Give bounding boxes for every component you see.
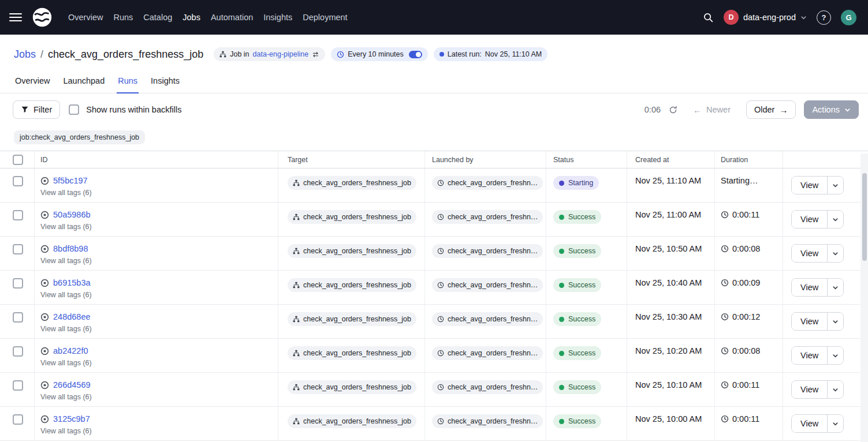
nav-item-runs[interactable]: Runs: [113, 13, 133, 22]
launched-by-badge[interactable]: check_avg_orders_freshn…: [432, 244, 543, 258]
target-badge[interactable]: check_avg_orders_freshness_job: [288, 380, 416, 394]
job-filter-chip[interactable]: job:check_avg_orders_freshness_job: [14, 130, 145, 144]
view-all-tags-link[interactable]: View all tags (6): [40, 359, 92, 367]
tab-insights[interactable]: Insights: [150, 76, 181, 93]
run-id-link[interactable]: 248d68ee: [53, 312, 91, 321]
view-dropdown-button[interactable]: [827, 313, 843, 330]
backfills-checkbox[interactable]: [69, 104, 79, 115]
view-all-tags-link[interactable]: View all tags (6): [40, 223, 92, 231]
view-all-tags-link[interactable]: View all tags (6): [40, 189, 92, 197]
nav-item-automation[interactable]: Automation: [211, 13, 253, 22]
row-checkbox[interactable]: [13, 312, 23, 323]
schedule-badge: Every 10 minutes: [331, 47, 428, 61]
actions-button[interactable]: Actions: [804, 100, 859, 119]
latest-run-time: Nov 25, 11:10 AM: [485, 50, 542, 58]
tab-launchpad[interactable]: Launchpad: [62, 76, 106, 93]
search-icon[interactable]: [703, 12, 714, 23]
view-button[interactable]: View: [792, 245, 827, 262]
view-dropdown-button[interactable]: [827, 347, 843, 364]
launched-by-badge[interactable]: check_avg_orders_freshn…: [432, 346, 543, 360]
duration-clock-icon: [721, 279, 729, 287]
view-all-tags-link[interactable]: View all tags (6): [40, 393, 92, 401]
launched-by-badge[interactable]: check_avg_orders_freshn…: [432, 176, 543, 190]
row-checkbox[interactable]: [13, 380, 23, 391]
nav-item-catalog[interactable]: Catalog: [143, 13, 172, 22]
tab-overview[interactable]: Overview: [14, 76, 51, 93]
launched-by-badge[interactable]: check_avg_orders_freshn…: [432, 380, 543, 394]
run-id-link[interactable]: 50a5986b: [53, 210, 91, 219]
launched-by-badge[interactable]: check_avg_orders_freshn…: [432, 312, 543, 326]
run-id-link[interactable]: 8bdf8b98: [53, 244, 88, 253]
page-title: check_avg_orders_freshness_job: [48, 48, 203, 61]
run-id-link[interactable]: b6915b3a: [53, 278, 91, 287]
view-split-button: View: [791, 244, 844, 263]
view-button[interactable]: View: [792, 177, 827, 194]
view-button[interactable]: View: [792, 415, 827, 432]
nav-item-overview[interactable]: Overview: [68, 13, 103, 22]
target-badge[interactable]: check_avg_orders_freshness_job: [288, 210, 416, 224]
schedule-toggle[interactable]: [409, 51, 422, 58]
view-dropdown-button[interactable]: [827, 245, 843, 262]
deployment-switcher[interactable]: D data-eng-prod: [724, 10, 807, 25]
tab-runs[interactable]: Runs: [117, 76, 139, 93]
newer-button[interactable]: ← Newer: [686, 100, 738, 119]
help-icon[interactable]: ?: [817, 10, 831, 25]
menu-icon[interactable]: [9, 10, 22, 24]
row-checkbox[interactable]: [13, 346, 23, 357]
target-badge[interactable]: check_avg_orders_freshness_job: [288, 176, 416, 190]
col-header-target: Target: [278, 151, 425, 168]
dagster-logo[interactable]: [31, 6, 53, 28]
clock-icon: [437, 418, 444, 425]
job-location-badge[interactable]: Job in data-eng-pipeline: [214, 47, 325, 61]
target-badge[interactable]: check_avg_orders_freshness_job: [288, 244, 416, 258]
launched-by-badge[interactable]: check_avg_orders_freshn…: [432, 210, 543, 224]
row-checkbox[interactable]: [13, 414, 23, 425]
nav-links: Overview Runs Catalog Jobs Automation In…: [68, 13, 348, 22]
user-avatar[interactable]: G: [841, 10, 856, 25]
view-dropdown-button[interactable]: [827, 279, 843, 296]
launched-by-badge[interactable]: check_avg_orders_freshn…: [432, 414, 543, 428]
refresh-icon[interactable]: [669, 106, 677, 114]
view-all-tags-link[interactable]: View all tags (6): [40, 291, 92, 299]
run-id-link[interactable]: ab2422f0: [53, 346, 88, 355]
select-all-checkbox[interactable]: [13, 155, 23, 165]
view-button[interactable]: View: [792, 381, 827, 398]
run-id-link[interactable]: 5f5bc197: [53, 176, 88, 185]
view-dropdown-button[interactable]: [827, 211, 843, 228]
target-badge[interactable]: check_avg_orders_freshness_job: [288, 346, 416, 360]
nav-item-jobs[interactable]: Jobs: [182, 13, 200, 22]
run-id-link[interactable]: 266d4569: [53, 380, 91, 389]
target-badge[interactable]: check_avg_orders_freshness_job: [288, 414, 416, 428]
target-badge[interactable]: check_avg_orders_freshness_job: [288, 312, 416, 326]
nav-item-insights[interactable]: Insights: [263, 13, 292, 22]
older-button[interactable]: Older →: [746, 100, 796, 119]
backfills-checkbox-label[interactable]: Show runs within backfills: [86, 105, 181, 114]
launched-by-badge[interactable]: check_avg_orders_freshn…: [432, 278, 543, 292]
view-dropdown-button[interactable]: [827, 415, 843, 432]
view-all-tags-link[interactable]: View all tags (6): [40, 427, 92, 435]
target-badge[interactable]: check_avg_orders_freshness_job: [288, 278, 416, 292]
pipeline-link[interactable]: data-eng-pipeline: [253, 50, 309, 58]
row-checkbox[interactable]: [13, 278, 23, 289]
schedule-label: Every 10 minutes: [348, 50, 404, 58]
view-button[interactable]: View: [792, 211, 827, 228]
view-all-tags-link[interactable]: View all tags (6): [40, 325, 92, 333]
view-button[interactable]: View: [792, 279, 827, 296]
swap-icon[interactable]: [312, 51, 319, 58]
view-dropdown-button[interactable]: [827, 177, 843, 194]
view-button[interactable]: View: [792, 313, 827, 330]
scrollbar-thumb[interactable]: [862, 173, 867, 261]
row-checkbox[interactable]: [13, 210, 23, 220]
run-id-link[interactable]: 3125c9b7: [53, 414, 90, 424]
view-dropdown-button[interactable]: [827, 381, 843, 398]
view-all-tags-link[interactable]: View all tags (6): [40, 257, 92, 265]
row-checkbox[interactable]: [13, 176, 23, 186]
filter-button[interactable]: Filter: [13, 100, 60, 119]
row-checkbox[interactable]: [13, 244, 23, 254]
toolbar-left: Filter Show runs within backfills: [13, 100, 181, 119]
latest-run-badge[interactable]: Latest run: Nov 25, 11:10 AM: [434, 47, 548, 61]
nav-item-deployment[interactable]: Deployment: [303, 13, 347, 22]
view-button[interactable]: View: [792, 347, 827, 364]
run-target-icon: [40, 381, 49, 389]
breadcrumb-jobs-link[interactable]: Jobs: [14, 48, 36, 61]
